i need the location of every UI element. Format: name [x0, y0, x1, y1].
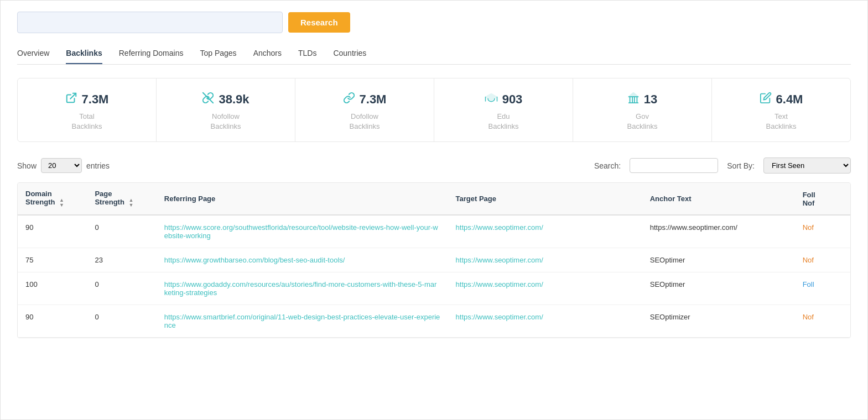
cell-target-page: https://www.seoptimer.com/	[448, 272, 642, 305]
backlinks-table: DomainStrength ▲▼ PageStrength ▲▼ Referr…	[18, 183, 850, 338]
show-label: Show	[17, 161, 37, 170]
cell-follow-status: Nof	[795, 215, 850, 248]
cell-referring-page: https://www.growthbarseo.com/blog/best-s…	[157, 248, 448, 272]
nofollow-backlinks-label: NofollowBacklinks	[165, 112, 286, 132]
edu-icon	[485, 92, 498, 107]
edu-backlinks-value: 903	[502, 92, 523, 107]
table-row: 100 0 https://www.godaddy.com/resources/…	[18, 272, 850, 305]
th-referring-page[interactable]: Referring Page	[157, 183, 448, 215]
nofollow-icon	[202, 92, 214, 107]
gov-icon	[627, 92, 640, 107]
cell-target-page: https://www.seoptimer.com/	[448, 248, 642, 272]
nofollow-backlinks-value: 38.9k	[219, 92, 249, 107]
dofollow-backlinks-label: DofollowBacklinks	[304, 112, 425, 132]
dofollow-backlinks-value: 7.3M	[360, 92, 387, 107]
stat-edu-backlinks: 903 EduBacklinks	[434, 78, 573, 141]
cell-follow-status: Foll	[795, 272, 850, 305]
stats-row: 7.3M TotalBacklinks 38.9k NofollowBackli…	[17, 78, 851, 142]
th-domain-strength[interactable]: DomainStrength ▲▼	[18, 183, 87, 215]
sort-label: Sort By:	[727, 161, 755, 170]
cell-follow-status: Nof	[795, 305, 850, 338]
stat-gov-backlinks: 13 GovBacklinks	[573, 78, 712, 141]
stat-text-backlinks: 6.4M TextBacklinks	[712, 78, 850, 141]
controls-left: Show 10 20 50 100 entries	[17, 158, 110, 173]
th-target-page[interactable]: Target Page	[448, 183, 642, 215]
text-backlinks-value: 6.4M	[776, 92, 803, 107]
tab-top-pages[interactable]: Top Pages	[200, 44, 236, 64]
svg-marker-2	[485, 94, 497, 101]
dofollow-icon	[343, 92, 355, 107]
target-page-link[interactable]: https://www.seoptimer.com/	[456, 313, 543, 321]
table-header-row: DomainStrength ▲▼ PageStrength ▲▼ Referr…	[18, 183, 850, 215]
search-table-label: Search:	[594, 161, 621, 170]
tab-overview[interactable]: Overview	[17, 44, 49, 64]
research-button[interactable]: Research	[288, 12, 350, 33]
cell-referring-page: https://www.score.org/southwestflorida/r…	[157, 215, 448, 248]
tab-backlinks[interactable]: Backlinks	[66, 44, 102, 64]
cell-page-strength: 0	[87, 272, 156, 305]
svg-line-0	[70, 93, 76, 99]
cell-referring-page: https://www.smartbrief.com/original/11-w…	[157, 305, 448, 338]
external-link-icon	[65, 92, 77, 107]
th-follow-nofollow[interactable]: FollNof	[795, 183, 850, 215]
cell-domain-strength: 90	[18, 305, 87, 338]
table-row: 75 23 https://www.growthbarseo.com/blog/…	[18, 248, 850, 272]
cell-domain-strength: 90	[18, 215, 87, 248]
cell-page-strength: 0	[87, 305, 156, 338]
total-backlinks-value: 7.3M	[82, 92, 109, 107]
target-page-link[interactable]: https://www.seoptimer.com/	[456, 256, 543, 264]
text-icon	[760, 92, 772, 107]
backlinks-table-wrapper: DomainStrength ▲▼ PageStrength ▲▼ Referr…	[17, 182, 851, 338]
gov-backlinks-label: GovBacklinks	[582, 112, 703, 132]
gov-backlinks-value: 13	[644, 92, 657, 107]
cell-anchor-text: SEOptimizer	[642, 305, 795, 338]
cell-referring-page: https://www.godaddy.com/resources/au/sto…	[157, 272, 448, 305]
entries-label: entries	[86, 161, 110, 170]
tab-referring-domains[interactable]: Referring Domains	[119, 44, 184, 64]
table-row: 90 0 https://www.score.org/southwestflor…	[18, 215, 850, 248]
cell-anchor-text: SEOptimer	[642, 248, 795, 272]
referring-page-link[interactable]: https://www.score.org/southwestflorida/r…	[164, 223, 438, 240]
cell-target-page: https://www.seoptimer.com/	[448, 305, 642, 338]
total-backlinks-label: TotalBacklinks	[27, 112, 147, 132]
stat-nofollow-backlinks: 38.9k NofollowBacklinks	[157, 78, 295, 141]
edu-backlinks-label: EduBacklinks	[443, 112, 564, 132]
main-container: seoptimer.com Research Overview Backlink…	[0, 0, 868, 420]
tab-tlds[interactable]: TLDs	[298, 44, 316, 64]
search-input[interactable]: seoptimer.com	[17, 12, 283, 33]
table-search-input[interactable]	[630, 158, 718, 173]
svg-marker-6	[628, 93, 638, 97]
tab-anchors[interactable]: Anchors	[253, 44, 282, 64]
cell-page-strength: 0	[87, 215, 156, 248]
sort-arrows-domain: ▲▼	[59, 198, 64, 208]
target-page-link[interactable]: https://www.seoptimer.com/	[456, 223, 543, 232]
referring-page-link[interactable]: https://www.smartbrief.com/original/11-w…	[164, 313, 440, 329]
sort-select[interactable]: First Seen Last Seen Domain Strength Pag…	[763, 158, 851, 174]
tab-countries[interactable]: Countries	[333, 44, 366, 64]
cell-anchor-text: https://www.seoptimer.com/	[642, 215, 795, 248]
entries-select[interactable]: 10 20 50 100	[41, 158, 82, 173]
target-page-link[interactable]: https://www.seoptimer.com/	[456, 280, 543, 288]
cell-target-page: https://www.seoptimer.com/	[448, 215, 642, 248]
referring-page-link[interactable]: https://www.godaddy.com/resources/au/sto…	[164, 280, 437, 297]
th-page-strength[interactable]: PageStrength ▲▼	[87, 183, 156, 215]
table-row: 90 0 https://www.smartbrief.com/original…	[18, 305, 850, 338]
cell-anchor-text: SEOptimer	[642, 272, 795, 305]
controls-row: Show 10 20 50 100 entries Search: Sort B…	[17, 158, 851, 174]
sort-arrows-page: ▲▼	[128, 198, 133, 208]
cell-domain-strength: 75	[18, 248, 87, 272]
th-anchor-text[interactable]: Anchor Text	[642, 183, 795, 215]
stat-dofollow-backlinks: 7.3M DofollowBacklinks	[295, 78, 434, 141]
cell-follow-status: Nof	[795, 248, 850, 272]
cell-domain-strength: 100	[18, 272, 87, 305]
stat-total-backlinks: 7.3M TotalBacklinks	[18, 78, 157, 141]
text-backlinks-label: TextBacklinks	[721, 112, 841, 132]
referring-page-link[interactable]: https://www.growthbarseo.com/blog/best-s…	[164, 256, 345, 264]
tabs-nav: Overview Backlinks Referring Domains Top…	[17, 44, 851, 65]
search-bar: seoptimer.com Research	[17, 12, 851, 33]
cell-page-strength: 23	[87, 248, 156, 272]
controls-right: Search: Sort By: First Seen Last Seen Do…	[594, 158, 851, 174]
